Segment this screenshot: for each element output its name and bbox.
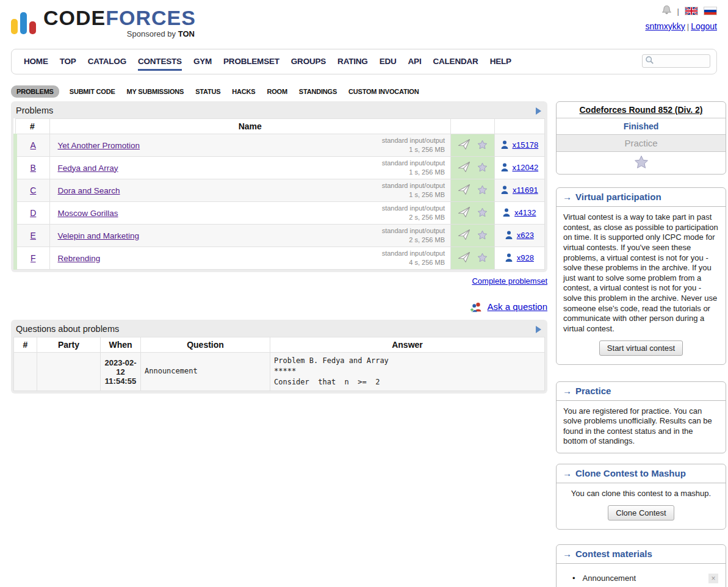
problems-table-container: Problems # Name A Yet Another Promotion: [11, 101, 547, 272]
problem-row: F Rebrending standard input/output4 s, 2…: [15, 247, 545, 270]
virtual-participation-title: →Virtual participation: [557, 188, 726, 207]
problem-letter-link[interactable]: E: [31, 231, 36, 240]
q-col-answer: Answer: [270, 337, 545, 353]
contest-materials-box: →Contest materials Announcement×Tutorial…: [556, 544, 726, 587]
contest-title-link[interactable]: Codeforces Round 852 (Div. 2): [579, 105, 702, 115]
tab-submit-code[interactable]: SUBMIT CODE: [68, 85, 117, 98]
nav-item-calendar[interactable]: CALENDAR: [433, 53, 478, 71]
problems-caption: Problems: [13, 104, 545, 118]
nav-item-gym[interactable]: GYM: [193, 53, 212, 71]
problem-name-link[interactable]: Velepin and Marketing: [58, 231, 140, 240]
favorite-star-icon[interactable]: [477, 185, 488, 196]
solved-person-icon: [501, 164, 511, 173]
russian-flag-icon[interactable]: [704, 7, 717, 15]
bell-icon[interactable]: [661, 5, 672, 17]
ask-question-link[interactable]: Ask a question: [488, 301, 547, 312]
header-separator: |: [677, 7, 679, 16]
problem-limits: standard input/output2 s, 256 MB: [382, 226, 445, 245]
close-icon[interactable]: ×: [708, 574, 718, 583]
complete-problemset-link[interactable]: Complete problemset: [472, 276, 547, 286]
submit-plane-icon[interactable]: [458, 229, 470, 242]
problem-limits: standard input/output4 s, 256 MB: [382, 249, 445, 267]
question-text: Announcement: [141, 353, 270, 391]
problem-limits: standard input/output1 s, 256 MB: [382, 159, 445, 177]
problems-table: # Name A Yet Another Promotion standard …: [13, 118, 545, 270]
logo-sponsored: Sponsored by TON: [43, 30, 196, 38]
submit-plane-icon[interactable]: [458, 206, 470, 220]
virtual-participation-box: →Virtual participation Virtual contest i…: [556, 187, 726, 365]
nav-item-rating[interactable]: RATING: [337, 53, 368, 71]
clone-contest-button[interactable]: Clone Contest: [608, 505, 674, 520]
start-virtual-contest-button[interactable]: Start virtual contest: [599, 340, 683, 356]
expand-arrow-icon[interactable]: [536, 326, 541, 333]
problem-letter-link[interactable]: D: [30, 208, 36, 218]
favorite-star-icon[interactable]: [557, 152, 726, 174]
arrow-icon: →: [563, 549, 572, 559]
col-header-name: Name: [49, 119, 451, 134]
logout-link[interactable]: Logout: [691, 21, 717, 31]
question-row: 2023-02-12 11:54:55 Announcement Problem…: [14, 353, 545, 391]
solved-count-link[interactable]: x928: [517, 253, 534, 262]
nav-item-catalog[interactable]: CATALOG: [88, 53, 126, 71]
logo-bars-icon: [11, 12, 36, 34]
solved-person-icon: [501, 187, 511, 196]
expand-arrow-icon[interactable]: [536, 107, 541, 115]
nav-item-home[interactable]: HOME: [24, 53, 48, 71]
virtual-participation-text: Virtual contest is a way to take part in…: [563, 212, 718, 333]
solved-count-link[interactable]: x4132: [514, 208, 536, 217]
tab-hacks[interactable]: HACKS: [231, 85, 256, 98]
favorite-star-icon[interactable]: [477, 230, 488, 242]
solved-count-link[interactable]: x623: [517, 231, 534, 240]
tab-standings[interactable]: STANDINGS: [298, 85, 338, 98]
favorite-star-icon[interactable]: [477, 140, 488, 151]
solved-count-link[interactable]: x15178: [512, 140, 538, 149]
nav-item-groups[interactable]: GROUPS: [291, 53, 326, 71]
nav-item-edu[interactable]: EDU: [380, 53, 397, 71]
material-item: Announcement×: [560, 570, 719, 587]
nav-item-api[interactable]: API: [408, 53, 422, 71]
problem-letter-link[interactable]: B: [31, 163, 36, 173]
solved-person-icon: [505, 232, 515, 241]
submit-plane-icon[interactable]: [458, 184, 470, 197]
search-box[interactable]: [642, 54, 710, 68]
nav-item-contests[interactable]: CONTESTS: [138, 53, 182, 71]
problem-name-link[interactable]: Yet Another Promotion: [58, 141, 140, 150]
tab-problems[interactable]: PROBLEMS: [11, 85, 59, 98]
favorite-star-icon[interactable]: [477, 207, 488, 219]
problem-letter-link[interactable]: C: [30, 185, 36, 195]
search-icon: [645, 56, 654, 67]
problem-letter-link[interactable]: F: [31, 253, 36, 263]
contest-mode: Practice: [557, 135, 726, 152]
problem-name-link[interactable]: Dora and Search: [58, 186, 120, 195]
codeforces-logo[interactable]: CODEFORCES Sponsored by TON: [11, 7, 196, 38]
search-input[interactable]: [654, 57, 707, 65]
solved-count-link[interactable]: x12042: [512, 163, 538, 172]
nav-item-help[interactable]: HELP: [490, 53, 511, 71]
tab-custom-invocation[interactable]: CUSTOM INVOCATION: [347, 85, 420, 98]
problem-row: B Fedya and Array standard input/output1…: [15, 157, 545, 179]
tab-room[interactable]: ROOM: [265, 85, 288, 98]
nav-item-top[interactable]: TOP: [60, 53, 76, 71]
solved-count-link[interactable]: x11691: [513, 185, 538, 195]
problem-row: C Dora and Search standard input/output1…: [15, 179, 545, 202]
problem-name-link[interactable]: Fedya and Array: [58, 164, 118, 173]
arrow-icon: →: [563, 192, 572, 202]
favorite-star-icon[interactable]: [477, 253, 488, 264]
username-link[interactable]: sntmxykky: [645, 21, 685, 31]
solved-person-icon: [503, 209, 513, 218]
tab-my-submissions[interactable]: MY SUBMISSIONS: [126, 85, 186, 98]
problem-letter-link[interactable]: A: [31, 140, 36, 150]
problem-name-link[interactable]: Moscow Gorillas: [58, 209, 118, 218]
submit-plane-icon[interactable]: [458, 139, 470, 152]
favorite-star-icon[interactable]: [477, 162, 488, 174]
nav-item-problemset[interactable]: PROBLEMSET: [223, 53, 279, 71]
english-flag-icon[interactable]: [685, 7, 698, 15]
submit-plane-icon[interactable]: [458, 161, 470, 175]
tab-status[interactable]: STATUS: [194, 85, 222, 98]
questions-table-container: Questions about problems # Party When Qu…: [11, 320, 547, 394]
problem-name-link[interactable]: Rebrending: [58, 254, 101, 263]
submit-plane-icon[interactable]: [458, 251, 470, 265]
question-number: [14, 353, 37, 391]
problem-row: E Velepin and Marketing standard input/o…: [15, 225, 545, 247]
material-link-announcement[interactable]: Announcement: [583, 574, 636, 583]
